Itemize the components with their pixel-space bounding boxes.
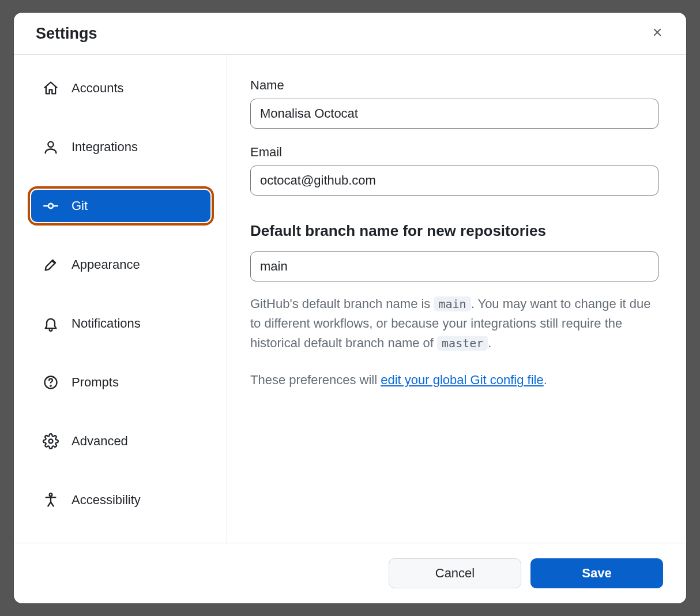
name-input[interactable]: [250, 99, 658, 129]
sidebar: Accounts Integrations Git Appearance: [14, 55, 227, 543]
hint-code-main: main: [434, 296, 471, 311]
close-button[interactable]: [647, 23, 668, 44]
sidebar-item-label: Advanced: [71, 434, 128, 449]
sidebar-item-label: Accounts: [71, 81, 124, 96]
dialog-title: Settings: [36, 25, 97, 43]
sidebar-item-notifications[interactable]: Notifications: [31, 307, 210, 340]
sidebar-item-label: Accessibility: [71, 493, 141, 508]
sidebar-item-appearance[interactable]: Appearance: [31, 249, 210, 281]
hint-text: GitHub's default branch name is: [250, 296, 434, 311]
save-button[interactable]: Save: [530, 558, 663, 588]
note-text: .: [544, 373, 547, 387]
name-label: Name: [250, 78, 658, 93]
svg-point-0: [48, 142, 53, 147]
sidebar-item-git[interactable]: Git: [31, 190, 210, 222]
default-branch-hint: GitHub's default branch name is main. Yo…: [250, 294, 658, 353]
sidebar-item-label: Notifications: [71, 316, 141, 331]
svg-point-7: [50, 493, 52, 496]
note-text: These preferences will: [250, 373, 381, 387]
sidebar-item-advanced[interactable]: Advanced: [31, 425, 210, 457]
home-icon: [43, 80, 59, 96]
default-branch-input[interactable]: [250, 251, 658, 281]
email-label: Email: [250, 145, 658, 160]
edit-git-config-link[interactable]: edit your global Git config file: [381, 373, 544, 387]
sidebar-item-integrations[interactable]: Integrations: [31, 131, 210, 163]
svg-point-5: [50, 385, 51, 386]
email-input[interactable]: [250, 166, 658, 196]
person-icon: [43, 139, 59, 155]
sidebar-item-prompts[interactable]: Prompts: [31, 366, 210, 399]
settings-dialog: Settings Accounts Integrations: [14, 13, 686, 603]
config-note: These preferences will edit your global …: [250, 373, 658, 388]
sidebar-item-label: Integrations: [71, 140, 138, 155]
dialog-header: Settings: [14, 13, 686, 55]
sidebar-item-accounts[interactable]: Accounts: [31, 72, 210, 104]
dialog-footer: Cancel Save: [14, 543, 686, 603]
accessibility-icon: [43, 492, 59, 508]
sidebar-item-label: Git: [71, 198, 88, 213]
dialog-body: Accounts Integrations Git Appearance: [14, 55, 686, 543]
content-pane: Name Email Default branch name for new r…: [227, 55, 686, 543]
git-commit-icon: [43, 198, 59, 214]
hint-text: .: [488, 336, 491, 350]
sidebar-item-accessibility[interactable]: Accessibility: [31, 484, 210, 516]
svg-point-6: [49, 440, 53, 444]
question-icon: [43, 374, 59, 390]
paintbrush-icon: [43, 257, 59, 273]
sidebar-item-label: Appearance: [71, 257, 140, 272]
sidebar-item-label: Prompts: [71, 375, 119, 390]
default-branch-heading: Default branch name for new repositories: [250, 222, 658, 240]
bell-icon: [43, 315, 59, 332]
gear-icon: [43, 433, 59, 449]
close-icon: [651, 26, 664, 41]
hint-code-master: master: [437, 336, 488, 351]
cancel-button[interactable]: Cancel: [389, 558, 521, 588]
